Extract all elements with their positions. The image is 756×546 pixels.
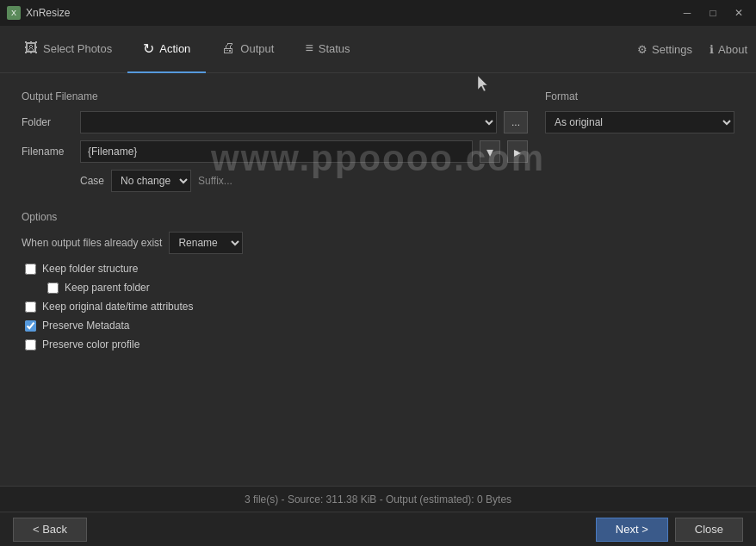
keep-folder-structure-label[interactable]: Keep folder structure xyxy=(42,263,138,275)
case-label: Case xyxy=(80,175,104,187)
tab-select-photos[interactable]: 🖼 Select Photos xyxy=(9,26,127,73)
close-window-button[interactable]: ✕ xyxy=(728,4,749,22)
settings-button[interactable]: ⚙ Settings xyxy=(637,43,692,56)
window-title: XnResize xyxy=(26,7,672,19)
filename-dropdown-btn[interactable]: ▾ xyxy=(480,140,500,163)
keep-folder-structure-checkbox[interactable] xyxy=(25,264,36,275)
preserve-color-profile-label[interactable]: Preserve color profile xyxy=(42,338,139,351)
keep-date-time-checkbox[interactable] xyxy=(25,301,36,313)
maximize-button[interactable]: □ xyxy=(703,4,723,22)
when-exists-dropdown[interactable]: Rename Overwrite Skip xyxy=(169,232,243,254)
case-row: Case No change Uppercase Lowercase Suffi… xyxy=(80,170,528,192)
main-content: Output Filename Folder ... Filename ▾ ▸ … xyxy=(0,73,756,375)
output-filename-label: Output Filename xyxy=(22,90,528,102)
filename-label: Filename xyxy=(22,146,73,158)
format-label: Format xyxy=(545,90,734,102)
keep-date-time-row: Keep original date/time attributes xyxy=(25,301,734,313)
tab-select-photos-label: Select Photos xyxy=(43,42,112,55)
folder-browse-button[interactable]: ... xyxy=(504,111,528,133)
preserve-color-profile-row: Preserve color profile xyxy=(25,338,734,351)
app-icon: X xyxy=(7,6,21,20)
folder-row: Folder ... xyxy=(22,111,528,133)
close-button[interactable]: Close xyxy=(675,518,743,542)
preserve-metadata-checkbox[interactable] xyxy=(25,320,36,332)
when-exists-row: When output files already exist Rename O… xyxy=(22,232,734,254)
top-row: Output Filename Folder ... Filename ▾ ▸ … xyxy=(22,90,734,195)
tab-status[interactable]: ≡ Status xyxy=(289,26,365,73)
select-photos-icon: 🖼 xyxy=(24,40,38,56)
statusbar: 3 file(s) - Source: 311.38 KiB - Output … xyxy=(0,486,756,512)
titlebar: X XnResize ─ □ ✕ xyxy=(0,0,756,26)
folder-label: Folder xyxy=(22,116,73,128)
tab-output-label: Output xyxy=(240,42,274,55)
navbar: 🖼 Select Photos ↻ Action 🖨 Output ≡ Stat… xyxy=(0,26,756,73)
preserve-metadata-row: Preserve Metadata xyxy=(25,320,734,332)
bottombar: < Back Next > Close xyxy=(0,512,756,546)
filename-next-btn[interactable]: ▸ xyxy=(507,140,528,163)
statusbar-text: 3 file(s) - Source: 311.38 KiB - Output … xyxy=(245,493,511,506)
preserve-color-profile-checkbox[interactable] xyxy=(25,339,36,351)
options-label: Options xyxy=(22,211,734,223)
preserve-metadata-label[interactable]: Preserve Metadata xyxy=(42,320,129,332)
tab-action[interactable]: ↻ Action xyxy=(127,26,206,73)
back-button[interactable]: < Back xyxy=(13,518,87,542)
settings-label: Settings xyxy=(652,43,692,56)
nav-tabs: 🖼 Select Photos ↻ Action 🖨 Output ≡ Stat… xyxy=(9,26,637,73)
keep-parent-folder-label[interactable]: Keep parent folder xyxy=(65,282,150,294)
filename-row: Filename ▾ ▸ xyxy=(22,140,528,163)
status-icon: ≡ xyxy=(305,40,313,56)
tab-output[interactable]: 🖨 Output xyxy=(206,26,289,73)
folder-dropdown[interactable] xyxy=(80,111,497,133)
when-exists-label: When output files already exist xyxy=(22,237,162,249)
about-icon: ℹ xyxy=(710,43,714,56)
output-icon: 🖨 xyxy=(221,40,235,56)
tab-status-label: Status xyxy=(319,42,350,55)
keep-folder-structure-row: Keep folder structure xyxy=(25,263,734,275)
settings-icon: ⚙ xyxy=(637,43,648,56)
keep-parent-folder-checkbox[interactable] xyxy=(47,282,59,294)
filename-input[interactable] xyxy=(80,140,473,163)
tab-action-label: Action xyxy=(159,42,190,55)
format-section: Format As original JPEG PNG BMP TIFF WEB… xyxy=(545,90,734,195)
case-dropdown[interactable]: No change Uppercase Lowercase xyxy=(111,170,191,192)
keep-parent-folder-row: Keep parent folder xyxy=(47,282,734,294)
output-filename-section: Output Filename Folder ... Filename ▾ ▸ … xyxy=(22,90,528,195)
minimize-button[interactable]: ─ xyxy=(677,4,697,22)
about-button[interactable]: ℹ About xyxy=(710,43,747,56)
format-dropdown[interactable]: As original JPEG PNG BMP TIFF WEBP xyxy=(545,111,734,133)
next-button[interactable]: Next > xyxy=(596,518,668,542)
options-section: Options When output files already exist … xyxy=(22,211,734,351)
suffix-hint: Suffix... xyxy=(198,175,232,187)
nav-right-buttons: ⚙ Settings ℹ About xyxy=(637,43,747,56)
action-icon: ↻ xyxy=(143,40,154,57)
about-label: About xyxy=(718,43,747,56)
keep-date-time-label[interactable]: Keep original date/time attributes xyxy=(42,301,193,313)
